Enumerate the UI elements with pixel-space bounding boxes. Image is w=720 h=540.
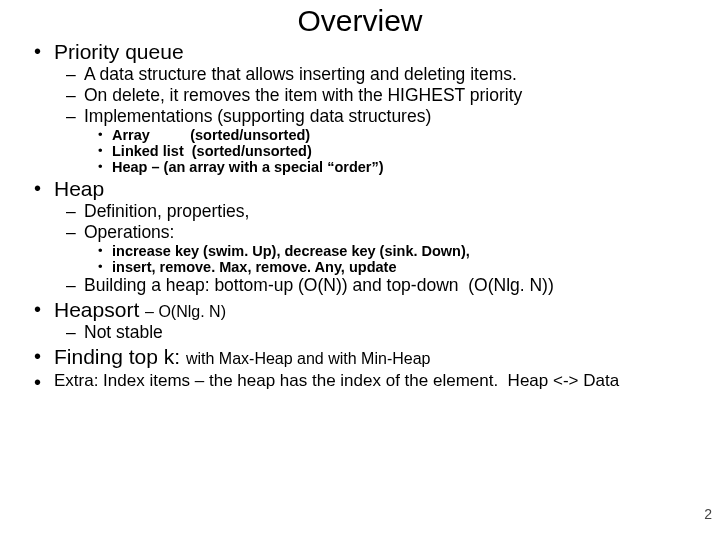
- pq-item: A data structure that allows inserting a…: [26, 64, 694, 85]
- page-number: 2: [704, 506, 712, 522]
- heapsort-complexity: – O(Nlg. N): [145, 303, 226, 320]
- pq-impl: Linked list (sorted/unsorted): [26, 143, 694, 159]
- pq-item: Implementations (supporting data structu…: [26, 106, 694, 127]
- heap-item: Operations:: [26, 222, 694, 243]
- pq-impl: Array (sorted/unsorted): [26, 127, 694, 143]
- pq-impl: Heap – (an array with a special “order”): [26, 159, 694, 175]
- section-extra: Extra: Index items – the heap has the in…: [26, 371, 694, 391]
- section-heap: Heap: [26, 177, 694, 201]
- section-priority-queue: Priority queue: [26, 40, 694, 64]
- section-topk: Finding top k: with Max-Heap and with Mi…: [26, 345, 694, 369]
- heapsort-item: Not stable: [26, 322, 694, 343]
- outline: Priority queue A data structure that all…: [26, 40, 694, 391]
- heap-op: insert, remove. Max, remove. Any, update: [26, 259, 694, 275]
- topk-note: with Max-Heap and with Min-Heap: [186, 350, 431, 367]
- heap-build: Building a heap: bottom-up (O(N)) and to…: [26, 275, 694, 296]
- slide-title: Overview: [26, 4, 694, 38]
- pq-item: On delete, it removes the item with the …: [26, 85, 694, 106]
- heap-item: Definition, properties,: [26, 201, 694, 222]
- heap-op: increase key (swim. Up), decrease key (s…: [26, 243, 694, 259]
- section-heapsort: Heapsort – O(Nlg. N): [26, 298, 694, 322]
